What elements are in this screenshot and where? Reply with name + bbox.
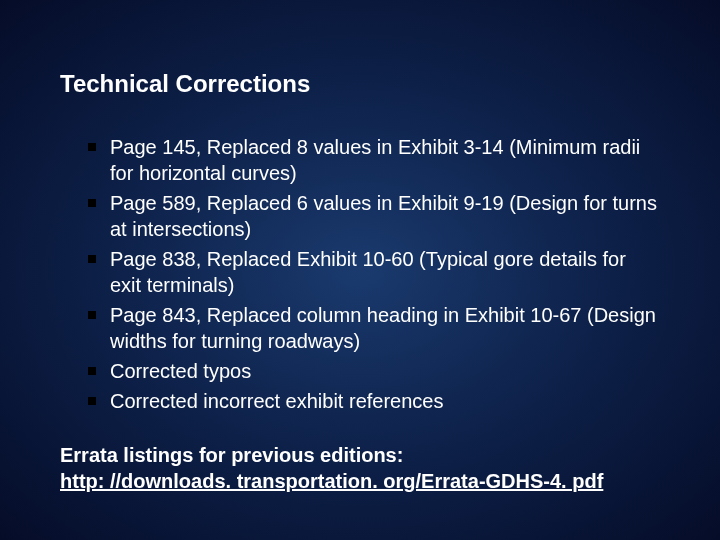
errata-link[interactable]: http: //downloads. transportation. org/E… (60, 468, 660, 494)
list-item: Corrected typos (88, 358, 660, 384)
list-item: Page 838, Replaced Exhibit 10-60 (Typica… (88, 246, 660, 298)
list-item: Corrected incorrect exhibit references (88, 388, 660, 414)
slide: Technical Corrections Page 145, Replaced… (0, 0, 720, 540)
list-item: Page 843, Replaced column heading in Exh… (88, 302, 660, 354)
slide-title: Technical Corrections (60, 70, 660, 98)
bullet-list: Page 145, Replaced 8 values in Exhibit 3… (60, 134, 660, 414)
footer: Errata listings for previous editions: h… (60, 442, 660, 494)
list-item: Page 145, Replaced 8 values in Exhibit 3… (88, 134, 660, 186)
footer-label: Errata listings for previous editions: (60, 442, 660, 468)
list-item: Page 589, Replaced 6 values in Exhibit 9… (88, 190, 660, 242)
